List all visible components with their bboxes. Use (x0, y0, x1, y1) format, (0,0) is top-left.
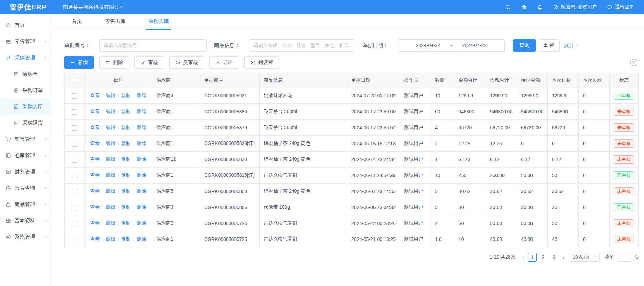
row-checkbox[interactable] (72, 125, 77, 131)
row-action-view[interactable]: 查看 (90, 93, 100, 98)
row-checkbox[interactable] (72, 173, 77, 178)
date-range-input[interactable]: 2024-04-22 ~ 2024-07-22 (398, 39, 505, 52)
unaudit-button[interactable]: 反审核 (169, 56, 204, 69)
row-action-delete[interactable]: 删除 (137, 140, 146, 146)
row-checkbox[interactable] (72, 205, 77, 210)
row-checkbox[interactable] (72, 141, 77, 147)
export-button[interactable]: 导出 (209, 56, 239, 69)
tab-2[interactable]: 零售出库 (103, 14, 127, 30)
sidebar-item-7[interactable]: 销售管理 (0, 131, 51, 147)
status-badge: 已审核 (614, 92, 634, 100)
row-action-copy[interactable]: 复制 (121, 236, 131, 242)
row-action-edit[interactable]: 编辑 (106, 140, 115, 146)
next-page-icon[interactable]: › (559, 254, 567, 260)
row-checkbox[interactable] (72, 93, 77, 99)
delete-button[interactable]: 删除 (99, 56, 129, 69)
sidebar-item-8[interactable]: 仓库管理 (0, 147, 51, 164)
bell-icon[interactable] (537, 4, 543, 10)
logout-button[interactable]: 退出登录 (607, 4, 634, 10)
row-action-edit[interactable]: 编辑 (106, 156, 115, 162)
jump-to-input[interactable] (617, 253, 631, 262)
page-size-select[interactable]: 10 条/页 (570, 253, 600, 262)
sidebar-item-13[interactable]: 系统管理 (0, 229, 51, 245)
row-action-copy[interactable]: 复制 (121, 204, 131, 210)
row-checkbox[interactable] (72, 157, 77, 163)
row-action-view[interactable]: 查看 (90, 156, 100, 162)
welcome-user[interactable]: 欢迎您, 测试用户 (553, 4, 597, 10)
sidebar-item-6[interactable]: 采购退货 (0, 115, 51, 131)
select-all-checkbox[interactable] (72, 78, 77, 83)
row-action-view[interactable]: 查看 (90, 125, 100, 130)
sidebar-item-5[interactable]: 采购入库 (0, 98, 51, 115)
row-action-delete[interactable]: 删除 (137, 125, 146, 130)
date-to-value[interactable]: 2024-07-22 (462, 43, 487, 48)
audit-button[interactable]: 审核 (134, 56, 164, 69)
row-checkbox[interactable] (72, 221, 77, 226)
row-action-delete[interactable]: 删除 (137, 220, 146, 226)
sidebar-item-12[interactable]: 基本资料 (0, 212, 51, 229)
row-action-view[interactable]: 查看 (90, 109, 100, 114)
cell-date: 2024-05-21 00:13:25 (347, 231, 400, 247)
sidebar-item-3[interactable]: 请购单 (0, 66, 51, 82)
sidebar-item-4[interactable]: 采购订单 (0, 82, 51, 98)
row-action-copy[interactable]: 复制 (121, 172, 131, 178)
sidebar-item-11[interactable]: 商品管理 (0, 196, 51, 212)
row-action-edit[interactable]: 编辑 (106, 188, 115, 194)
reset-button[interactable]: 重置 (539, 39, 560, 52)
row-action-copy[interactable]: 复制 (121, 93, 131, 98)
row-action-delete[interactable]: 删除 (137, 93, 146, 98)
tab-3[interactable]: 采购入库 (146, 14, 171, 30)
row-action-copy[interactable]: 复制 (121, 188, 131, 194)
column-settings-button[interactable]: 列设置 (244, 56, 279, 69)
row-action-edit[interactable]: 编辑 (106, 109, 115, 114)
row-action-delete[interactable]: 删除 (137, 172, 146, 178)
row-action-edit[interactable]: 编辑 (106, 172, 115, 178)
date-from-value[interactable]: 2024-04-22 (416, 43, 440, 48)
row-action-view[interactable]: 查看 (90, 140, 100, 146)
bank-icon[interactable] (521, 4, 527, 10)
sidebar-item-1[interactable]: 零售管理 (0, 33, 51, 50)
help-icon[interactable]: ? (630, 59, 637, 66)
row-action-copy[interactable]: 复制 (121, 220, 131, 226)
row-checkbox[interactable] (72, 109, 77, 115)
sidebar-item-2[interactable]: 采购管理 (0, 50, 51, 66)
search-icon[interactable] (505, 4, 511, 10)
row-action-delete[interactable]: 删除 (137, 188, 146, 194)
row-checkbox[interactable] (72, 237, 77, 242)
row-action-edit[interactable]: 编辑 (106, 93, 115, 98)
row-action-edit[interactable]: 编辑 (106, 204, 115, 210)
doc-no-input[interactable] (99, 39, 207, 52)
audit-label: 审核 (148, 59, 158, 66)
tab-1[interactable]: 首页 (70, 14, 84, 30)
search-button[interactable]: 查询 (513, 39, 536, 52)
row-action-copy[interactable]: 复制 (121, 156, 131, 162)
add-button[interactable]: 新增 (64, 56, 94, 69)
row-checkbox[interactable] (72, 189, 77, 194)
row-action-edit[interactable]: 编辑 (106, 125, 115, 130)
row-action-view[interactable]: 查看 (90, 204, 100, 210)
page-number-2[interactable]: 2 (539, 253, 547, 262)
sidebar-item-10[interactable]: 报表查询 (0, 180, 51, 196)
row-action-view[interactable]: 查看 (90, 172, 100, 178)
expand-link[interactable]: 展开 (564, 42, 579, 49)
sidebar-item-0[interactable]: 首页 (0, 17, 51, 33)
cell-owed: 0 (579, 104, 610, 120)
prev-page-icon[interactable]: ‹ (519, 254, 527, 260)
table-row: 查看|编辑|复制|删除供应商1CGRK00000005833[订]蜂蜜柚子茶 2… (65, 136, 639, 152)
product-info-input[interactable] (249, 39, 355, 52)
row-action-view[interactable]: 查看 (90, 220, 100, 226)
row-action-view[interactable]: 查看 (90, 236, 100, 242)
row-action-delete[interactable]: 删除 (137, 236, 146, 242)
row-action-edit[interactable]: 编辑 (106, 220, 115, 226)
row-action-delete[interactable]: 删除 (137, 204, 146, 210)
row-action-delete[interactable]: 删除 (137, 156, 146, 162)
row-action-delete[interactable]: 删除 (137, 109, 146, 114)
page-number-1[interactable]: 1 (528, 253, 537, 262)
row-action-edit[interactable]: 编辑 (106, 236, 115, 242)
row-action-copy[interactable]: 复制 (121, 125, 131, 130)
sidebar-item-9[interactable]: 财务管理 (0, 164, 51, 180)
row-action-copy[interactable]: 复制 (121, 109, 131, 114)
page-number-3[interactable]: 3 (550, 253, 558, 262)
row-action-view[interactable]: 查看 (90, 188, 100, 194)
row-action-copy[interactable]: 复制 (121, 140, 131, 146)
